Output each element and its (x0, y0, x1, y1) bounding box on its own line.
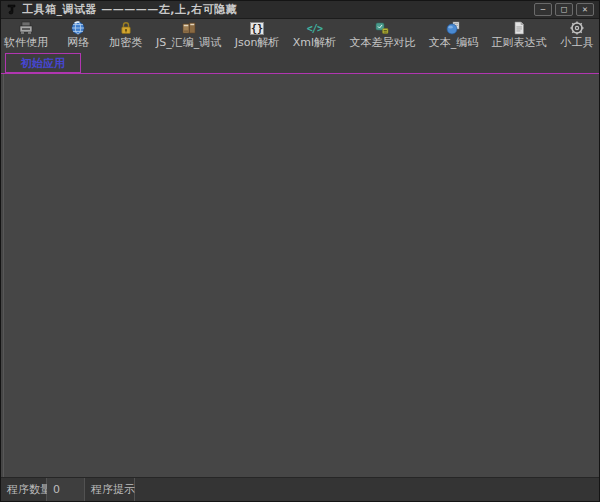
program-count-label: 程序数量 (1, 478, 47, 501)
toolbar-label: 网络 (67, 36, 89, 49)
tab-initial-app[interactable]: 初始应用 (5, 53, 81, 73)
toolbar-label: 文本_编码 (429, 36, 479, 49)
toolbar-item-encryption[interactable]: 加密类 (109, 20, 143, 51)
toolbar-item-text-encode[interactable]: 文本_编码 (429, 20, 479, 51)
lock-icon (119, 20, 133, 36)
title-bar: 工具箱_调试器 —————左,上,右可隐藏 − □ ✕ (1, 1, 599, 19)
toolbar-item-small-tools[interactable]: 小工具 (560, 20, 594, 51)
toolbar-item-software-usage[interactable]: 软件使用 (4, 20, 48, 51)
minimize-button[interactable]: − (534, 3, 552, 16)
sphere-icon (446, 20, 461, 36)
toolbar-item-text-diff[interactable]: 文本差异对比 (349, 20, 415, 51)
globe-icon (71, 20, 85, 36)
program-hint-label: 程序提示 (85, 478, 135, 501)
printer-icon (18, 20, 34, 36)
books-icon (181, 20, 197, 36)
toolbar-label: 文本差异对比 (349, 36, 415, 49)
window-title: 工具箱_调试器 —————左,上,右可隐藏 (22, 2, 534, 17)
braces-glyph: {} (250, 22, 264, 35)
tab-bar: 初始应用 (1, 51, 599, 74)
close-button[interactable]: ✕ (576, 3, 594, 16)
status-bar: 程序数量 0 程序提示 (1, 477, 599, 501)
window-controls: − □ ✕ (534, 3, 594, 16)
toolbar-item-xml-parse[interactable]: </> Xml解析 (293, 20, 336, 51)
toolbar-label: 软件使用 (4, 36, 48, 49)
gear-icon (570, 20, 584, 36)
toolbar-item-json-parse[interactable]: {} Json解析 (235, 20, 280, 51)
panel-left-border (3, 74, 4, 477)
markup-glyph: </> (307, 23, 322, 34)
toolbar-label: 小工具 (560, 36, 593, 49)
program-count-value: 0 (47, 478, 85, 501)
app-icon (5, 3, 18, 16)
toolbar-label: 正则表达式 (492, 36, 547, 49)
toolbar-item-network[interactable]: 网络 (61, 20, 95, 51)
document-icon (513, 20, 525, 36)
markup-icon: </> (307, 20, 322, 36)
diff-icon (374, 20, 390, 36)
toolbar-label: 加密类 (109, 36, 142, 49)
toolbar-label: Json解析 (235, 36, 280, 49)
toolbar-item-js-asm-debug[interactable]: JS_汇编_调试 (156, 20, 221, 51)
toolbar-label: Xml解析 (293, 36, 336, 49)
main-workspace[interactable] (1, 74, 599, 477)
maximize-button[interactable]: □ (555, 3, 573, 16)
status-bar-filler (135, 478, 599, 501)
toolbar-item-regex[interactable]: 正则表达式 (492, 20, 547, 51)
toolbar-label: JS_汇编_调试 (156, 36, 221, 49)
app-window: 工具箱_调试器 —————左,上,右可隐藏 − □ ✕ 软件使用 (0, 0, 600, 502)
braces-icon: {} (250, 20, 264, 36)
main-toolbar: 软件使用 网络 加密类 (1, 19, 599, 51)
